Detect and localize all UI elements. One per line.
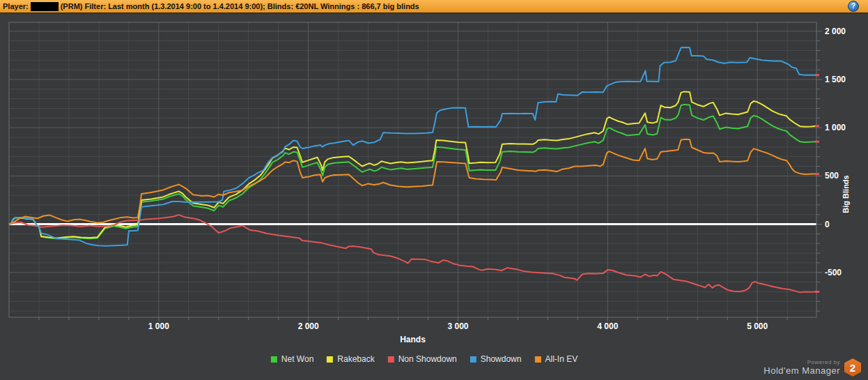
x-tick-label: 2 000 [298,321,319,331]
y-tick-label: 0 [825,220,830,229]
y-tick-label: -500 [825,268,842,278]
chart-svg: 1 0002 0003 0004 0005 0002 0001 5001 000… [0,13,868,380]
legend-item-rakeback[interactable]: Rakeback [327,354,374,364]
legend-item-net-won[interactable]: Net Won [271,354,313,364]
filter-summary-text: (PRM) Filter: Last month (1.3.2014 9:00 … [61,2,419,10]
legend-swatch-showdown [470,356,476,363]
x-tick-label: 5 000 [747,321,768,331]
legend-swatch-rakeback [327,356,333,363]
player-label: Player: [0,2,29,10]
legend-label: Showdown [481,354,522,364]
app-name-label: Hold'em Manager [764,365,840,376]
legend-label: All-In EV [545,354,578,364]
help-icon[interactable]: ? [848,1,859,12]
filter-bar: Player: (PRM) Filter: Last month (1.3.20… [0,0,868,13]
legend-item-all-in-ev[interactable]: All-In EV [534,354,578,364]
legend-item-showdown[interactable]: Showdown [470,354,522,364]
y-tick-label: 1 000 [825,123,846,132]
legend-swatch-non-showdown [388,356,394,363]
winnings-graph: 1 0002 0003 0004 0005 0002 0001 5001 000… [0,13,868,380]
hm2-badge-icon: 2 [844,358,861,377]
y-axis-title: Big Blinds [842,175,850,213]
legend-label: Non Showdown [398,354,457,364]
legend-swatch-net-won [271,356,277,363]
plot-area [9,22,816,317]
x-tick-label: 4 000 [597,321,618,331]
player-name-redacted [31,2,59,11]
x-axis-title: Hands [400,335,426,344]
legend-swatch-all-in-ev [534,356,541,363]
powered-by-label: Powered by [807,359,840,365]
legend-label: Rakeback [337,354,374,364]
y-tick-label: 2 000 [825,26,846,36]
x-tick-label: 1 000 [148,321,169,331]
branding: Powered by Hold'em Manager 2 [764,358,861,377]
y-tick-label: 1 500 [825,75,846,84]
y-tick-label: 500 [825,171,839,181]
legend-item-non-showdown[interactable]: Non Showdown [388,354,457,364]
chart-legend: Net Won Rakeback Non Showdown Showdown A… [271,354,578,365]
x-tick-label: 3 000 [447,321,468,331]
legend-label: Net Won [281,354,313,364]
